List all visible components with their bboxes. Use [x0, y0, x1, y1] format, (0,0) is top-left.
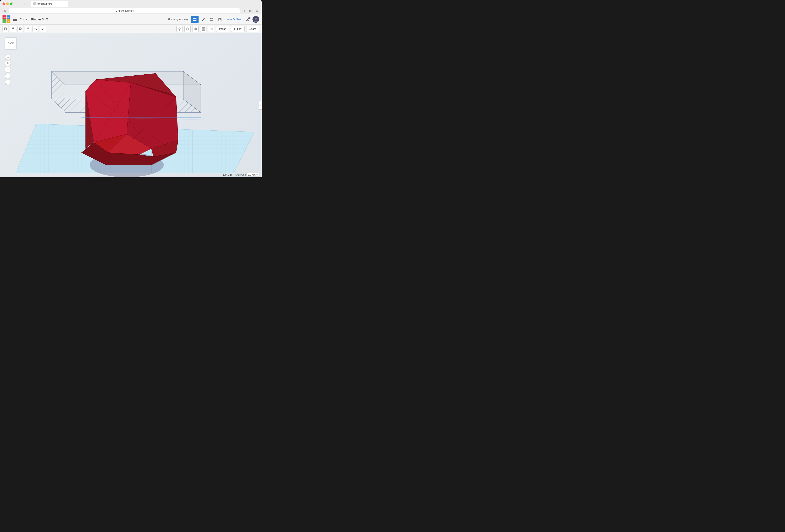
- svg-rect-3: [195, 20, 197, 21]
- svg-rect-8: [219, 19, 221, 20]
- copy-icon: [4, 27, 7, 31]
- secondary-right: Import Export Share: [176, 26, 259, 32]
- bottom-bar: Edit Grid Snap Grid 1.0 mm ▾: [221, 172, 262, 177]
- app-container: TIN KER CAD Copy of Planter 3 V3 All cha…: [0, 14, 262, 177]
- duplicate-icon: [19, 27, 22, 31]
- tinkercad-logo: TIN KER CAD: [2, 16, 10, 23]
- home-view-button[interactable]: ⌂: [5, 54, 11, 60]
- paste-button[interactable]: [10, 26, 16, 32]
- user-profile-button[interactable]: +: [245, 16, 251, 23]
- canvas-area[interactable]: BACK ⌂ ↻ + − ↓: [0, 33, 262, 177]
- transform-icon: [218, 18, 222, 21]
- svg-point-23: [179, 28, 180, 30]
- logo-blank: [2, 19, 6, 23]
- lock-icon: 🔒: [115, 10, 118, 12]
- zoom-out-button[interactable]: −: [5, 73, 11, 79]
- url-text: tinkercad.com: [119, 9, 134, 12]
- active-tab[interactable]: tinkercad.com: [31, 1, 68, 7]
- tools-button[interactable]: [199, 16, 207, 23]
- close-window-button[interactable]: [2, 2, 5, 5]
- snap-grid-label: Snap Grid: [235, 174, 246, 176]
- snap-value[interactable]: 1.0 mm ▾: [247, 173, 259, 176]
- ring-tool-button[interactable]: [192, 26, 199, 32]
- svg-point-4: [204, 18, 205, 19]
- svg-text:+: +: [249, 18, 249, 19]
- undo-button[interactable]: [32, 26, 39, 32]
- tab-bar: tinkercad.com: [31, 1, 257, 7]
- snap-control: Snap Grid 1.0 mm ▾: [235, 173, 259, 176]
- main-area: BACK ⌂ ↻ + − ↓: [0, 33, 262, 177]
- share-button[interactable]: Share: [246, 26, 259, 32]
- toolbar-icons: [191, 16, 224, 23]
- delete-icon: [26, 27, 30, 31]
- mirror-tool-button[interactable]: [208, 26, 214, 32]
- orbit-button[interactable]: ↻: [5, 60, 11, 66]
- fit-button[interactable]: ↓: [5, 79, 11, 85]
- minimize-window-button[interactable]: [6, 2, 9, 5]
- redo-icon: [42, 27, 45, 31]
- svg-rect-0: [193, 18, 195, 19]
- undo-icon: [34, 27, 37, 31]
- grid-icon: [193, 18, 197, 21]
- new-tab-button[interactable]: ⊞: [248, 8, 253, 13]
- mirror-tool-icon: [209, 27, 213, 31]
- export-button[interactable]: Export: [231, 26, 245, 32]
- light-tool-button[interactable]: [176, 26, 183, 32]
- sidebar-button[interactable]: ▭: [254, 8, 259, 13]
- circle-tool-button[interactable]: [184, 26, 191, 32]
- svg-rect-1: [195, 18, 197, 19]
- tab-title: tinkercad.com: [37, 2, 52, 5]
- browser-titlebar: ‹ › tinkercad.com: [0, 0, 262, 7]
- logo-cad: CAD: [7, 19, 10, 23]
- app-topbar: TIN KER CAD Copy of Planter 3 V3 All cha…: [0, 14, 262, 25]
- right-panel-toggle[interactable]: ›: [259, 101, 262, 109]
- svg-rect-32: [202, 27, 205, 30]
- ring-tool-icon: [194, 27, 197, 31]
- copy-button[interactable]: [2, 26, 9, 32]
- user-avatar[interactable]: [253, 16, 259, 23]
- secondary-toolbar: Import Export Share: [0, 25, 262, 33]
- menu-line-1: [13, 18, 17, 18]
- forward-button[interactable]: ›: [22, 1, 27, 6]
- back-cube[interactable]: BACK: [5, 37, 17, 49]
- svg-rect-2: [193, 20, 195, 21]
- share-browser-button[interactable]: ⬆: [242, 8, 247, 13]
- light-icon: [178, 27, 181, 31]
- redo-button[interactable]: [40, 26, 46, 32]
- duplicate-button[interactable]: [18, 26, 24, 32]
- svg-rect-19: [19, 28, 21, 30]
- svg-rect-7: [218, 18, 221, 21]
- delete-button[interactable]: [25, 26, 31, 32]
- menu-button[interactable]: [12, 17, 18, 22]
- back-button[interactable]: ‹: [16, 1, 21, 6]
- address-bar-row: ↻ 🔒 tinkercad.com ⬆ ⊞ ▭: [0, 7, 262, 14]
- browser-window: ‹ › tinkercad.com ↻ 🔒 tinkercad.com ⬆ ⊞ …: [0, 0, 262, 177]
- browser-actions: ⬆ ⊞ ▭: [242, 8, 259, 13]
- whats-new-button[interactable]: What's New: [225, 17, 243, 22]
- shapes-button[interactable]: [208, 16, 215, 23]
- maximize-window-button[interactable]: [10, 2, 12, 5]
- transform-button[interactable]: [216, 16, 224, 23]
- menu-line-2: [13, 19, 17, 20]
- svg-point-30: [194, 28, 197, 30]
- svg-point-13: [255, 18, 257, 20]
- shapes-icon: [209, 18, 213, 21]
- address-bar[interactable]: 🔒 tinkercad.com: [9, 8, 240, 13]
- tools-icon: [201, 18, 205, 21]
- reload-button[interactable]: ↻: [2, 8, 7, 13]
- paste-icon: [11, 27, 15, 31]
- snap-value-text: 1.0 mm: [248, 174, 256, 176]
- grid-view-button[interactable]: [191, 16, 199, 23]
- circle-tool-icon: [186, 27, 189, 31]
- project-title: Copy of Planter 3 V3: [20, 18, 166, 21]
- grid-tool-button[interactable]: [200, 26, 206, 32]
- save-status: All changes saved: [168, 18, 189, 21]
- grid-tool-icon: [202, 27, 205, 31]
- svg-rect-17: [12, 28, 14, 28]
- import-button[interactable]: Import: [216, 26, 229, 32]
- menu-line-3: [13, 20, 17, 21]
- svg-point-31: [195, 28, 196, 30]
- snap-dropdown-icon: ▾: [256, 173, 258, 176]
- edit-grid-link[interactable]: Edit Grid: [223, 174, 232, 176]
- zoom-in-button[interactable]: +: [5, 67, 11, 73]
